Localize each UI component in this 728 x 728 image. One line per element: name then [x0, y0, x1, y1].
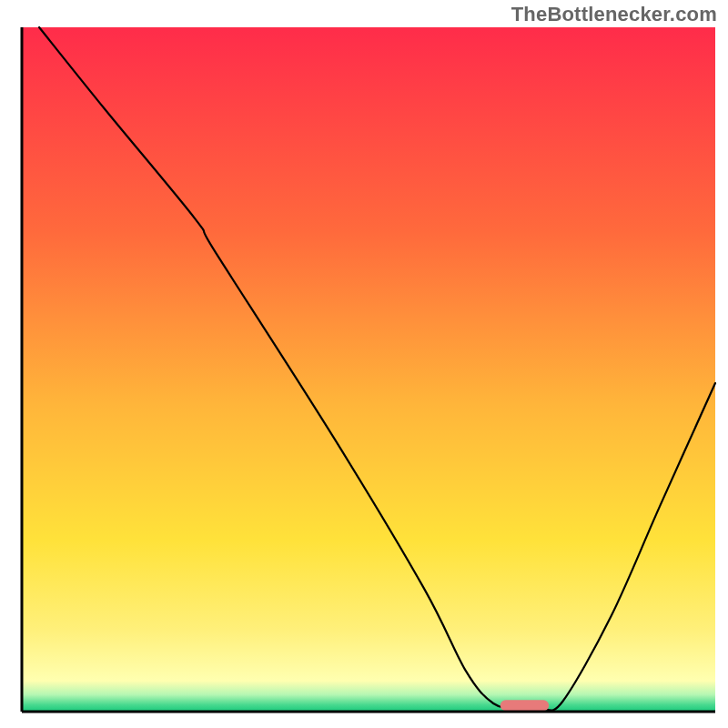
chart-background [22, 27, 715, 712]
optimal-marker [500, 700, 549, 711]
watermark-text: TheBottlenecker.com [511, 3, 717, 26]
chart-svg [16, 25, 717, 717]
chart-plot-area [16, 25, 717, 717]
chart-container: TheBottlenecker.com [0, 0, 728, 728]
